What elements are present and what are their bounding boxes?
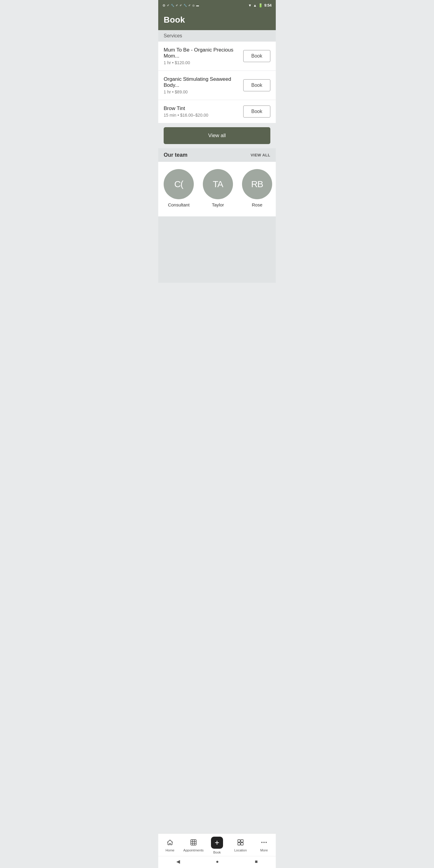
svg-rect-0 <box>191 840 196 845</box>
edit-icon-3: ✐ <box>180 4 182 7</box>
service-item-0: Mum To Be - Organic Precious Mom... 1 hr… <box>158 41 276 71</box>
service-name-1: Organic Stimulating Seaweed Body... <box>164 76 243 88</box>
android-back-button[interactable]: ◀ <box>176 859 180 864</box>
svg-point-11 <box>261 842 262 843</box>
tool-icon-2: 🔧 <box>184 4 187 7</box>
service-item-1: Organic Stimulating Seaweed Body... 1 hr… <box>158 71 276 100</box>
svg-point-13 <box>266 842 267 843</box>
status-icons-right: ▼ ▲ 🔋 9:54 <box>248 3 272 7</box>
svg-point-12 <box>264 842 265 843</box>
circle-icon: ◎ <box>192 4 195 7</box>
service-meta-2: 15 min • $16.00–$20.00 <box>164 113 208 118</box>
page-title: Book <box>164 15 270 25</box>
service-info-2: Brow Tint 15 min • $16.00–$20.00 <box>164 105 208 118</box>
member-name-1: Taylor <box>212 202 224 207</box>
svg-rect-8 <box>241 840 243 842</box>
nav-item-book[interactable]: Book <box>205 837 229 854</box>
home-icon <box>166 839 174 847</box>
service-info-1: Organic Stimulating Seaweed Body... 1 hr… <box>164 76 243 94</box>
nav-item-more[interactable]: More <box>252 839 276 852</box>
svg-rect-10 <box>241 843 243 845</box>
edit-icon-1: ✐ <box>167 4 169 7</box>
appointments-icon <box>190 839 197 847</box>
service-info-0: Mum To Be - Organic Precious Mom... 1 hr… <box>164 47 243 65</box>
more-icon <box>260 839 268 847</box>
header: Book <box>158 11 276 30</box>
service-duration-0: 1 hr <box>164 60 171 65</box>
service-dot-2: • <box>178 113 180 118</box>
service-dot-0: • <box>172 60 175 65</box>
service-duration-1: 1 hr <box>164 90 171 94</box>
view-all-button[interactable]: View all <box>164 127 270 144</box>
member-name-0: Consultant <box>168 202 190 207</box>
android-recent-button[interactable]: ■ <box>255 859 258 864</box>
team-member-0[interactable]: C( Consultant <box>164 169 194 207</box>
status-bar: ⚙ ✐ 🔧 ✐ ✐ 🔧 ✐ ◎ ▬ ▼ ▲ 🔋 9:54 <box>158 0 276 11</box>
location-icon <box>237 839 244 847</box>
svg-rect-9 <box>238 843 240 845</box>
nav-item-appointments[interactable]: Appointments <box>182 839 205 852</box>
book-button-1[interactable]: Book <box>243 79 270 91</box>
book-button-2[interactable]: Book <box>243 105 270 118</box>
clock: 9:54 <box>264 3 272 7</box>
bottom-nav: Home Appointments Book <box>158 833 276 868</box>
nav-item-home[interactable]: Home <box>158 839 182 852</box>
service-item-2: Brow Tint 15 min • $16.00–$20.00 Book <box>158 100 276 123</box>
nav-items: Home Appointments Book <box>158 834 276 856</box>
tool-icon-1: 🔧 <box>171 4 174 7</box>
svg-rect-7 <box>238 840 240 842</box>
card-icon: ▬ <box>196 4 199 7</box>
wifi-icon: ▼ <box>248 3 252 7</box>
team-member-1[interactable]: TA Taylor <box>203 169 233 207</box>
member-name-2: Rose <box>252 202 262 207</box>
nav-label-appointments: Appointments <box>183 848 204 852</box>
service-meta-0: 1 hr • $120.00 <box>164 60 243 65</box>
book-plus-icon <box>211 837 223 849</box>
service-price-2: $16.00–$20.00 <box>180 113 208 118</box>
service-price-0: $120.00 <box>175 60 190 65</box>
nav-label-home: Home <box>165 848 174 852</box>
service-name-2: Brow Tint <box>164 105 208 112</box>
settings-icon: ⚙ <box>162 4 165 7</box>
nav-label-location: Location <box>234 848 247 852</box>
services-list: Mum To Be - Organic Precious Mom... 1 hr… <box>158 41 276 123</box>
team-section-header: Our team VIEW ALL <box>158 148 276 162</box>
nav-item-location[interactable]: Location <box>229 839 252 852</box>
avatar-0: C( <box>164 169 194 199</box>
signal-icon: ▲ <box>253 3 257 7</box>
avatar-2: RB <box>242 169 272 199</box>
edit-icon-4: ✐ <box>188 4 191 7</box>
team-view-all-button[interactable]: VIEW ALL <box>250 153 270 157</box>
book-button-0[interactable]: Book <box>243 50 270 62</box>
nav-label-book: Book <box>213 850 221 854</box>
nav-label-more: More <box>260 848 268 852</box>
service-dot-1: • <box>172 90 175 94</box>
team-list: C( Consultant TA Taylor RB Rose <box>158 162 276 216</box>
status-icons-left: ⚙ ✐ 🔧 ✐ ✐ 🔧 ✐ ◎ ▬ <box>162 4 199 7</box>
service-price-1: $89.00 <box>175 90 188 94</box>
team-section-title: Our team <box>164 152 187 158</box>
service-meta-1: 1 hr • $89.00 <box>164 90 243 94</box>
avatar-1: TA <box>203 169 233 199</box>
edit-icon-2: ✐ <box>176 4 178 7</box>
team-member-2[interactable]: RB Rose <box>242 169 272 207</box>
service-duration-2: 15 min <box>164 113 176 118</box>
services-section-label: Services <box>158 30 276 41</box>
service-name-0: Mum To Be - Organic Precious Mom... <box>164 47 243 59</box>
empty-space <box>158 216 276 283</box>
android-nav-bar: ◀ ● ■ <box>158 856 276 868</box>
android-home-button[interactable]: ● <box>216 859 219 864</box>
battery-icon: 🔋 <box>258 3 263 7</box>
